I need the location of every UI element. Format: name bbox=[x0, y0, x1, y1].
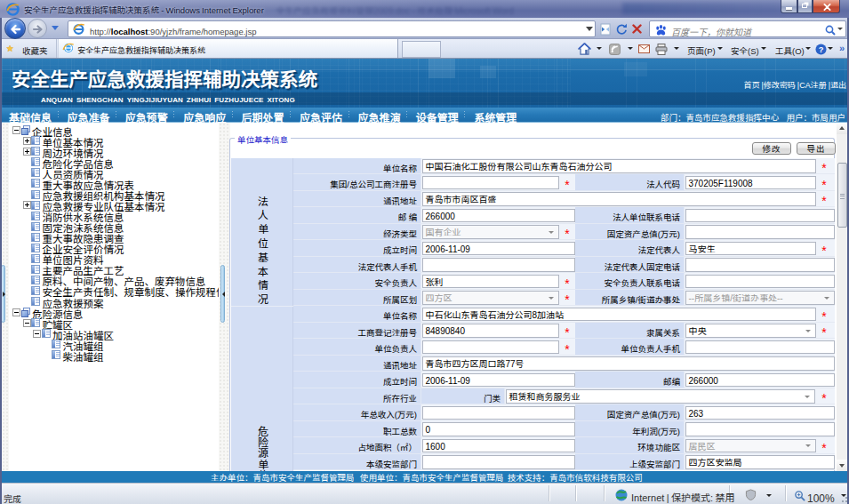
svg-text:?: ? bbox=[819, 44, 824, 55]
